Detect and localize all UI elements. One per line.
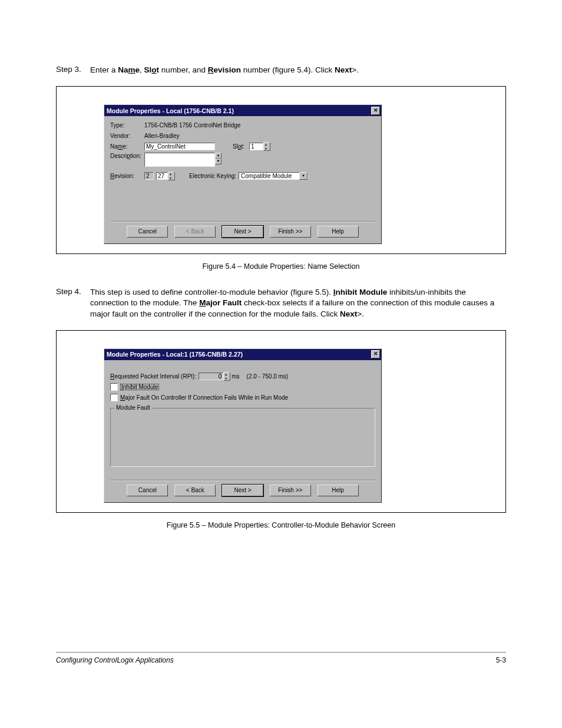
figure-5-4-caption: Figure 5.4 – Module Properties: Name Sel… (56, 262, 506, 271)
rev-minor-input[interactable]: 27 (156, 172, 168, 180)
title-text: Module Properties - Local:1 (1756-CNB/B … (107, 351, 243, 358)
step4-body: This step is used to define controller-t… (90, 287, 506, 319)
rpi-range: (2.0 - 750.0 ms) (247, 373, 289, 380)
txt: number (figure 5.4). Click (241, 65, 335, 74)
close-icon[interactable]: ✕ (371, 350, 380, 358)
figure-5-5-frame: Module Properties - Local:1 (1756-CNB/B … (56, 330, 506, 513)
module-fault-fieldset: Module Fault (110, 408, 375, 467)
txt: Next (340, 309, 357, 318)
vendor-label: Vendor: (110, 133, 144, 139)
desc-scroll[interactable]: ▲▼ (215, 153, 222, 164)
back-button: < Back (174, 226, 216, 238)
ek-dropdown[interactable]: Compatible Module ▼ (239, 172, 308, 180)
txt: Next (335, 65, 352, 74)
txt: nhibit Module (335, 288, 387, 297)
majorfault-checkbox[interactable] (110, 394, 118, 401)
rpi-input: 0 (199, 373, 223, 380)
slot-label: Slot: (233, 143, 249, 150)
desc-input[interactable] (144, 153, 215, 167)
finish-button[interactable]: Finish >> (270, 226, 311, 238)
cancel-button[interactable]: Cancel (127, 226, 168, 238)
rpi-label: Requested Packet Interval (RPI): (110, 373, 196, 380)
step3-label: Step 3. (56, 65, 90, 75)
txt: ajor Fault (206, 298, 242, 307)
footer-left: Configuring ControlLogix Applications (56, 656, 174, 664)
name-label: Name: (110, 143, 144, 150)
txt: evision (213, 65, 241, 74)
titlebar[interactable]: Module Properties - Local (1756-CNB/B 2.… (104, 105, 381, 116)
txt: Na (118, 65, 128, 74)
rev-spinner[interactable] (168, 172, 175, 180)
txt: >. (357, 309, 364, 318)
majorfault-label: Major Fault On Controller If Connection … (120, 394, 288, 401)
dialog-body: Requested Packet Interval (RPI): 0 ms (2… (104, 360, 381, 502)
title-text: Module Properties - Local (1756-CNB/B 2.… (107, 107, 234, 114)
figure-5-4-frame: Module Properties - Local (1756-CNB/B 2.… (56, 86, 506, 254)
back-button[interactable]: < Back (174, 485, 216, 496)
step4-row: Step 4. This step is used to define cont… (56, 287, 506, 319)
dialog-module-props-2: Module Properties - Local:1 (1756-CNB/B … (104, 348, 382, 503)
txt: number, and (159, 65, 208, 74)
rev-major-input: 2 (144, 172, 154, 180)
chevron-down-icon[interactable]: ▼ (299, 172, 308, 180)
separator (110, 480, 375, 481)
slot-spinner[interactable] (263, 142, 270, 151)
next-button[interactable]: Next > (222, 485, 263, 496)
titlebar[interactable]: Module Properties - Local:1 (1756-CNB/B … (104, 349, 381, 360)
cancel-button[interactable]: Cancel (127, 485, 168, 496)
help-button[interactable]: Help (318, 485, 359, 496)
separator (110, 221, 375, 222)
type-value: 1756-CNB/B 1756 ControlNet Bridge (144, 122, 240, 129)
footer-rule (56, 652, 506, 653)
inhibit-checkbox[interactable] (110, 383, 118, 391)
txt: M (199, 298, 206, 307)
inhibit-label: Inhibit Module (120, 384, 159, 390)
figure-5-5-caption: Figure 5.5 – Module Properties: Controll… (56, 521, 506, 529)
txt: m (128, 65, 135, 74)
footer-right: 5-3 (496, 656, 506, 664)
page-footer: Configuring ControlLogix Applications 5-… (56, 656, 506, 664)
close-icon[interactable]: ✕ (371, 107, 380, 115)
ek-value: Compatible Module (241, 173, 299, 179)
vendor-value: Allen-Bradley (144, 133, 179, 139)
step4-label: Step 4. (56, 287, 90, 319)
name-input[interactable]: My_ControlNet (144, 143, 215, 150)
txt: R (208, 65, 214, 74)
module-fault-legend: Module Fault (114, 404, 152, 411)
help-button[interactable]: Help (318, 226, 359, 238)
txt: Sl (144, 65, 152, 74)
dialog-module-props-1: Module Properties - Local (1756-CNB/B 2.… (104, 104, 382, 244)
revision-label: Revision: (110, 173, 144, 179)
rpi-ms: ms (232, 373, 239, 380)
step3-body: Enter a Name, Slot number, and Revision … (90, 65, 506, 75)
finish-button[interactable]: Finish >> (270, 485, 311, 496)
next-button[interactable]: Next > (222, 226, 263, 238)
step3-row: Step 3. Enter a Name, Slot number, and R… (56, 65, 506, 75)
ek-label: Electronic Keying: (189, 173, 236, 179)
type-label: Type: (110, 122, 144, 129)
txt: This step is used to define controller-t… (90, 288, 333, 297)
txt: >. (352, 65, 359, 74)
rpi-spinner (223, 372, 230, 381)
dialog-body: Type: 1756-CNB/B 1756 ControlNet Bridge … (104, 116, 381, 243)
slot-input[interactable]: 1 (249, 143, 263, 150)
desc-label: Description: (110, 153, 144, 159)
txt: e (135, 65, 140, 74)
txt: Enter a (90, 65, 118, 74)
txt: o (151, 65, 156, 74)
txt: , (140, 65, 144, 74)
